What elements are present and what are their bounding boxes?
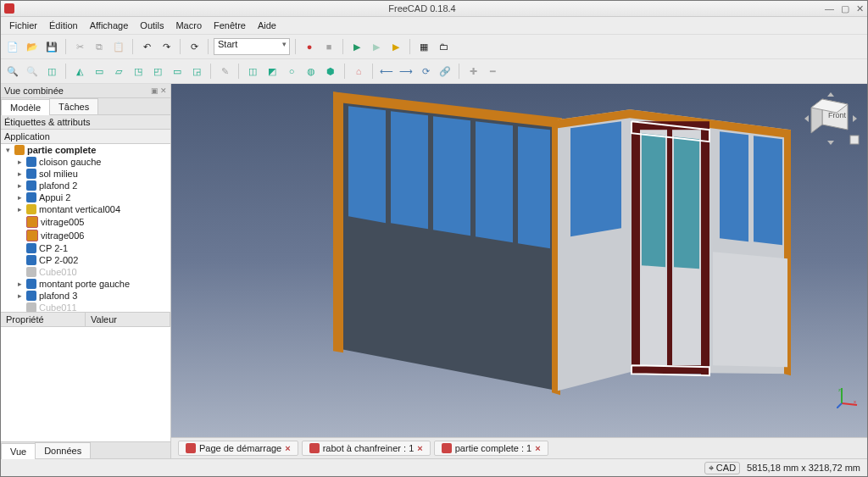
tree-item[interactable]: ▸montant porte gauche [1, 278, 170, 290]
stop-button[interactable]: ■ [320, 38, 337, 55]
tree-item[interactable]: CP 2-1 [1, 242, 170, 254]
undo-button[interactable]: ↶ [138, 38, 155, 55]
tree-twisty-icon[interactable]: ▸ [16, 181, 24, 190]
tab-view[interactable]: Vue [1, 443, 36, 459]
tree-item[interactable]: ▸plafond 2 [1, 180, 170, 191]
macro-step-button[interactable]: ▶ [348, 38, 365, 55]
part-point-button[interactable]: ○ [283, 63, 300, 80]
remove-button[interactable]: ━ [484, 63, 501, 80]
nav-back-button[interactable]: ⟵ [378, 63, 395, 80]
tree-item[interactable]: ▸montant vertical004 [1, 203, 170, 215]
tree-item[interactable]: CP 2-002 [1, 254, 170, 266]
tab-data[interactable]: Données [35, 442, 91, 458]
doc-tab-rabot[interactable]: rabot à chanfreiner : 1 × [302, 441, 431, 456]
open-macro-button[interactable]: 🗀 [435, 38, 452, 55]
tree-item-label: plafond 3 [39, 291, 77, 301]
macro-play-button[interactable]: ▶ [387, 38, 404, 55]
tree-item-label: Cube010 [39, 267, 77, 277]
doc-tab-close-icon[interactable]: × [535, 443, 540, 453]
nav-forward-button[interactable]: ⟶ [398, 63, 415, 80]
paste-button[interactable]: 📋 [110, 38, 127, 55]
tree-item[interactable]: ▸cloison gauche [1, 156, 170, 168]
tree-twisty-icon[interactable]: ▸ [16, 280, 24, 288]
tree-twisty-icon[interactable]: ▸ [16, 193, 24, 202]
new-file-button[interactable]: 📄 [4, 38, 21, 55]
macro-run-button[interactable]: ▶ [368, 38, 385, 55]
application-section: Application [1, 130, 170, 144]
nav-link-button[interactable]: 🔗 [437, 63, 453, 80]
doc-tab-partie[interactable]: partie complete : 1 × [434, 441, 548, 456]
tree-item[interactable]: ▸Appui 2 [1, 191, 170, 203]
copy-button[interactable]: ⧉ [91, 38, 108, 55]
tree-item[interactable]: Cube011 [1, 302, 170, 313]
part-glass-button[interactable]: ⬢ [322, 63, 339, 80]
tree-item[interactable]: ▸plafond 3 [1, 290, 170, 302]
svg-marker-11 [570, 121, 621, 236]
record-button[interactable]: ● [301, 38, 318, 55]
measure-button[interactable]: ✎ [216, 63, 233, 80]
tree-item-icon [26, 180, 36, 191]
svg-marker-33 [853, 115, 857, 122]
doc-tab-close-icon[interactable]: × [417, 443, 422, 453]
doc-tab-close-icon[interactable]: × [285, 443, 290, 453]
3d-canvas[interactable]: Front x z [171, 84, 867, 437]
workbench-selector[interactable]: Start [214, 38, 290, 55]
navigation-cube[interactable]: Front [801, 89, 860, 148]
menu-help[interactable]: Aide [253, 19, 281, 32]
save-file-button[interactable]: 💾 [43, 38, 60, 55]
tree-twisty-icon[interactable]: ▸ [16, 158, 24, 166]
tree-twisty-icon[interactable]: ▸ [16, 291, 24, 300]
maximize-button[interactable]: ▢ [841, 3, 849, 14]
minimize-button[interactable]: — [825, 3, 834, 14]
tree-item[interactable]: vitrage005 [1, 215, 170, 229]
tree-item-label: montant porte gauche [39, 279, 130, 289]
left-view-button[interactable]: ◲ [188, 63, 205, 80]
menu-edit[interactable]: Édition [44, 19, 83, 32]
combo-tabs: Modèle Tâches [1, 98, 170, 115]
refresh-button[interactable]: ⟳ [186, 38, 203, 55]
rear-view-button[interactable]: ◰ [149, 63, 166, 80]
macros-button[interactable]: ▦ [415, 38, 432, 55]
tree-item[interactable]: ▾partie complete [1, 144, 170, 156]
cut-button[interactable]: ✂ [71, 38, 88, 55]
draw-style-button[interactable]: ◫ [43, 63, 60, 80]
nav-mode-indicator[interactable]: ⌖ CAD [704, 462, 740, 474]
menu-tools[interactable]: Outils [135, 19, 169, 32]
tree-item[interactable]: Cube010 [1, 266, 170, 278]
tab-tasks[interactable]: Tâches [49, 98, 98, 114]
bottom-view-button[interactable]: ▭ [169, 63, 186, 80]
window-controls: — ▢ ✕ [825, 3, 864, 14]
fit-button[interactable]: 🔍 [4, 63, 21, 80]
redo-button[interactable]: ↷ [158, 38, 175, 55]
fit-sel-button[interactable]: 🔍 [24, 63, 41, 80]
tree-item-icon [26, 279, 36, 289]
panel-close-icon[interactable]: ✕ [160, 86, 167, 95]
part-shade-button[interactable]: ◩ [264, 63, 281, 80]
whats-this-button[interactable]: ⌂ [350, 63, 367, 80]
top-view-button[interactable]: ▱ [110, 63, 127, 80]
tree-twisty-icon[interactable]: ▸ [16, 169, 24, 178]
menu-window[interactable]: Fenêtre [209, 19, 251, 32]
tree-item[interactable]: ▸sol milieu [1, 168, 170, 180]
tree-twisty-icon[interactable]: ▸ [16, 205, 24, 214]
tab-model[interactable]: Modèle [1, 99, 50, 115]
part-wire-button[interactable]: ◫ [244, 63, 261, 80]
status-dimensions: 5815,18 mm x 3218,72 mm [747, 463, 860, 473]
menu-view[interactable]: Affichage [85, 19, 134, 32]
panel-float-icon[interactable]: ▣ [151, 86, 159, 95]
part-flat-button[interactable]: ◍ [303, 63, 320, 80]
menu-macro[interactable]: Macro [170, 19, 207, 32]
iso-view-button[interactable]: ◭ [71, 63, 88, 80]
right-view-button[interactable]: ◳ [130, 63, 147, 80]
add-button[interactable]: ✚ [465, 63, 481, 80]
svg-marker-25 [674, 136, 699, 269]
front-view-button[interactable]: ▭ [91, 63, 108, 80]
tree-item[interactable]: vitrage006 [1, 229, 170, 242]
model-tree[interactable]: ▾partie complete▸cloison gauche▸sol mili… [1, 144, 170, 313]
close-button[interactable]: ✕ [856, 3, 864, 14]
doc-tab-start[interactable]: Page de démarrage × [178, 441, 298, 456]
open-file-button[interactable]: 📂 [24, 38, 41, 55]
tree-twisty-icon[interactable]: ▾ [4, 146, 12, 154]
nav-sync-button[interactable]: ⟳ [417, 63, 434, 80]
menu-file[interactable]: Fichier [4, 19, 42, 32]
